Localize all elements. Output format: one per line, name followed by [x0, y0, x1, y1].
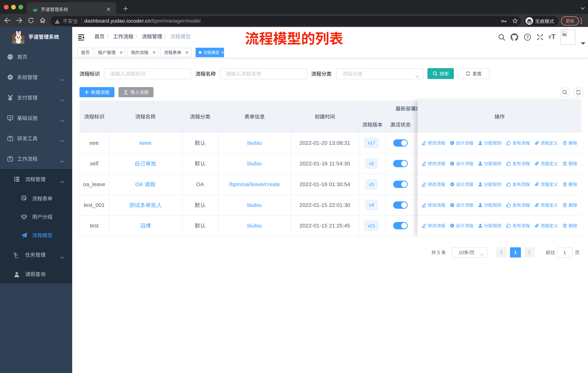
svg-text:?: ?	[526, 35, 529, 40]
